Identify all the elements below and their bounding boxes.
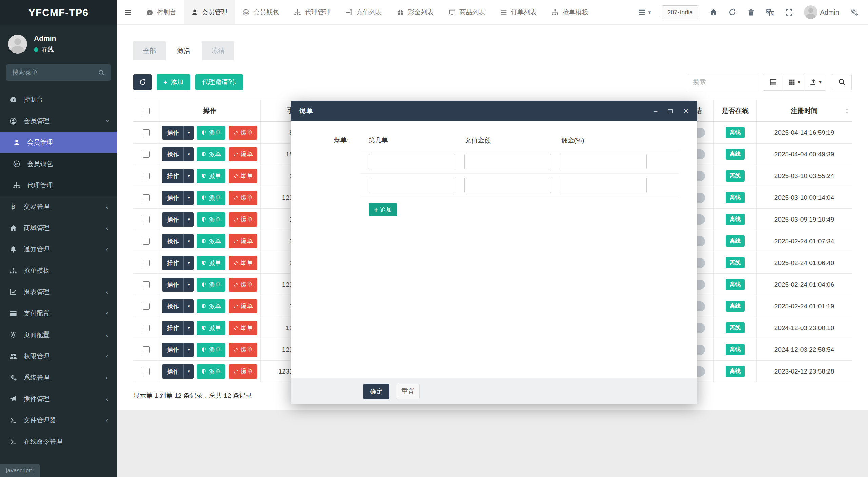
sidebar-item-mall-management[interactable]: 商城管理 ‹ — [0, 217, 117, 238]
tab-active[interactable]: 激活 — [167, 41, 200, 60]
nav-tab-member-wallet[interactable]: cc 会员钱包 — [235, 0, 287, 24]
home-button[interactable] — [709, 8, 717, 16]
dispatch-order-button[interactable]: 派单 — [197, 321, 225, 335]
sidebar-toggle-button[interactable] — [117, 0, 139, 24]
burst-order-button[interactable]: 爆单 — [229, 364, 257, 379]
confirm-button[interactable]: 确定 — [363, 384, 389, 399]
site-selector[interactable]: 207-India — [662, 5, 698, 19]
row-action-dropdown[interactable]: 操作 ▾ — [162, 234, 194, 248]
user-menu[interactable]: Admin — [804, 5, 839, 19]
burst-order-button[interactable]: 爆单 — [229, 321, 257, 335]
select-all-checkbox[interactable] — [143, 108, 150, 114]
burst-order-button[interactable]: 爆单 — [229, 169, 257, 183]
add-button[interactable]: + 添加 — [157, 74, 190, 90]
row-checkbox[interactable] — [143, 346, 150, 353]
nav-tab-member-management[interactable]: 会员管理 — [184, 0, 235, 24]
sort-icon[interactable]: ▲▼ — [845, 108, 849, 114]
sidebar-item-notice-management[interactable]: 通知管理 ‹ — [0, 238, 117, 260]
row-checkbox[interactable] — [143, 303, 150, 310]
sidebar-item-order-template[interactable]: 抢单模板 — [0, 260, 117, 281]
row-checkbox[interactable] — [143, 194, 150, 201]
refresh-button[interactable] — [728, 8, 736, 16]
sidebar-search-input[interactable] — [12, 69, 98, 76]
row-action-dropdown[interactable]: 操作 ▾ — [162, 126, 194, 140]
maximize-icon[interactable] — [668, 109, 673, 113]
burst-order-button[interactable]: 爆单 — [229, 126, 257, 140]
commission-input[interactable] — [560, 178, 647, 193]
sidebar-item-agent-management[interactable]: 代理管理 — [0, 174, 117, 196]
fullscreen-button[interactable] — [785, 8, 793, 16]
burst-order-button[interactable]: 爆单 — [229, 212, 257, 227]
dispatch-order-button[interactable]: 派单 — [197, 191, 225, 205]
sidebar-item-report-management[interactable]: 报表管理 ‹ — [0, 281, 117, 303]
burst-order-button[interactable]: 爆单 — [229, 234, 257, 248]
row-checkbox[interactable] — [143, 368, 150, 375]
trash-button[interactable] — [747, 8, 755, 16]
burst-order-button[interactable]: 爆单 — [229, 278, 257, 292]
sidebar-item-plugin-management[interactable]: 插件管理 ‹ — [0, 388, 117, 409]
recharge-amount-input[interactable] — [464, 154, 551, 169]
modal-header[interactable]: 爆单 – ✕ — [291, 101, 697, 121]
row-checkbox[interactable] — [143, 173, 150, 179]
sidebar-item-member-management-parent[interactable]: 会员管理 ‹ — [0, 110, 117, 132]
sidebar-item-system-management[interactable]: 系统管理 ‹ — [0, 367, 117, 388]
nav-tab-agent-management[interactable]: 代理管理 — [287, 0, 338, 24]
sidebar-item-dashboard[interactable]: 控制台 — [0, 89, 117, 110]
dispatch-order-button[interactable]: 派单 — [197, 126, 225, 140]
sidebar-item-permission-management[interactable]: 权限管理 ‹ — [0, 345, 117, 367]
burst-order-button[interactable]: 爆单 — [229, 191, 257, 205]
dispatch-order-button[interactable]: 派单 — [197, 299, 225, 313]
table-search-input[interactable] — [688, 74, 757, 90]
sidebar-item-payment-config[interactable]: 支付配置 ‹ — [0, 303, 117, 324]
nav-tab-order-list[interactable]: 订单列表 — [493, 0, 544, 24]
burst-order-button[interactable]: 爆单 — [229, 256, 257, 270]
dispatch-order-button[interactable]: 派单 — [197, 256, 225, 270]
nav-tab-goods-list[interactable]: 商品列表 — [441, 0, 493, 24]
row-action-dropdown[interactable]: 操作 ▾ — [162, 364, 194, 379]
nav-tab-bonus-list[interactable]: 彩金列表 — [390, 0, 441, 24]
dispatch-order-button[interactable]: 派单 — [197, 234, 225, 248]
advanced-search-button[interactable] — [832, 74, 852, 90]
nav-tab-order-template[interactable]: 抢单模板 — [544, 0, 596, 24]
tab-all[interactable]: 全部 — [133, 41, 166, 60]
sidebar-item-member-wallet[interactable]: cc 会员钱包 — [0, 153, 117, 174]
row-action-dropdown[interactable]: 操作 ▾ — [162, 169, 194, 183]
dispatch-order-button[interactable]: 派单 — [197, 343, 225, 357]
row-checkbox[interactable] — [143, 260, 150, 266]
row-checkbox[interactable] — [143, 325, 150, 331]
nav-tab-recharge-list[interactable]: 充值列表 — [338, 0, 390, 24]
row-checkbox[interactable] — [143, 151, 150, 158]
order-index-input[interactable] — [369, 178, 455, 193]
tab-frozen[interactable]: 冻结 — [202, 41, 234, 60]
append-row-button[interactable]: + 追加 — [369, 203, 397, 216]
row-checkbox[interactable] — [143, 216, 150, 223]
settings-button[interactable] — [850, 8, 859, 17]
burst-order-button[interactable]: 爆单 — [229, 147, 257, 161]
burst-order-button[interactable]: 爆单 — [229, 299, 257, 313]
row-action-dropdown[interactable]: 操作 ▾ — [162, 191, 194, 205]
dispatch-order-button[interactable]: 派单 — [197, 278, 225, 292]
sidebar-item-page-config[interactable]: 页面配置 ‹ — [0, 324, 117, 345]
row-action-dropdown[interactable]: 操作 ▾ — [162, 147, 194, 161]
refresh-table-button[interactable] — [133, 74, 152, 90]
close-icon[interactable]: ✕ — [683, 107, 689, 115]
dispatch-order-button[interactable]: 派单 — [197, 169, 225, 183]
toggle-pagination-button[interactable] — [763, 74, 784, 90]
order-index-input[interactable] — [369, 154, 455, 169]
burst-order-button[interactable]: 爆单 — [229, 343, 257, 357]
reset-button[interactable]: 重置 — [396, 384, 420, 399]
sidebar-item-trade-management[interactable]: B 交易管理 ‹ — [0, 196, 117, 217]
row-checkbox[interactable] — [143, 238, 150, 245]
row-action-dropdown[interactable]: 操作 ▾ — [162, 299, 194, 313]
commission-input[interactable] — [560, 154, 647, 169]
row-action-dropdown[interactable]: 操作 ▾ — [162, 256, 194, 270]
header-reg-time[interactable]: 注册时间 ▲▼ — [757, 100, 852, 121]
row-action-dropdown[interactable]: 操作 ▾ — [162, 212, 194, 227]
columns-button[interactable]: ▾ — [784, 74, 805, 90]
minimize-icon[interactable]: – — [654, 107, 657, 115]
sidebar-item-member-management[interactable]: 会员管理 — [0, 132, 117, 153]
sidebar-item-online-command[interactable]: 在线命令管理 — [0, 431, 117, 452]
recharge-amount-input[interactable] — [464, 178, 551, 193]
row-action-dropdown[interactable]: 操作 ▾ — [162, 343, 194, 357]
nav-tab-dashboard[interactable]: 控制台 — [139, 0, 184, 24]
